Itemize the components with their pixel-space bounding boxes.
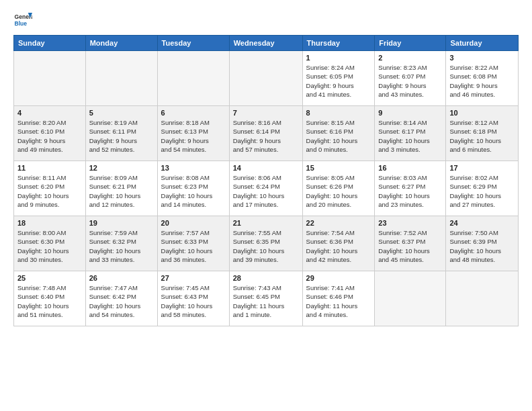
day-number: 27	[161, 274, 226, 282]
calendar-cell	[85, 51, 157, 106]
calendar-cell: 1Sunrise: 8:24 AM Sunset: 6:05 PM Daylig…	[302, 51, 375, 106]
header: General Blue	[13, 11, 519, 30]
day-number: 10	[449, 109, 515, 117]
weekday-header-monday: Monday	[85, 36, 157, 51]
weekday-header-saturday: Saturday	[446, 36, 519, 51]
day-number: 28	[233, 274, 299, 282]
calendar-cell: 26Sunrise: 7:47 AM Sunset: 6:42 PM Dayli…	[85, 271, 157, 326]
calendar-cell	[14, 51, 86, 106]
day-number: 15	[306, 164, 371, 172]
calendar-cell: 12Sunrise: 8:09 AM Sunset: 6:21 PM Dayli…	[85, 161, 157, 216]
calendar-cell: 25Sunrise: 7:48 AM Sunset: 6:40 PM Dayli…	[14, 271, 86, 326]
day-info: Sunrise: 8:11 AM Sunset: 6:20 PM Dayligh…	[17, 173, 82, 209]
day-info: Sunrise: 8:23 AM Sunset: 6:07 PM Dayligh…	[378, 63, 442, 99]
day-info: Sunrise: 8:18 AM Sunset: 6:13 PM Dayligh…	[161, 118, 226, 154]
day-info: Sunrise: 7:57 AM Sunset: 6:33 PM Dayligh…	[161, 228, 226, 264]
day-number: 5	[89, 109, 154, 117]
calendar-cell: 19Sunrise: 7:59 AM Sunset: 6:32 PM Dayli…	[85, 216, 157, 271]
calendar-cell: 9Sunrise: 8:14 AM Sunset: 6:17 PM Daylig…	[375, 106, 446, 161]
day-number: 26	[89, 274, 154, 282]
day-info: Sunrise: 8:08 AM Sunset: 6:23 PM Dayligh…	[161, 173, 226, 209]
day-info: Sunrise: 8:02 AM Sunset: 6:29 PM Dayligh…	[449, 173, 515, 209]
weekday-header-friday: Friday	[375, 36, 446, 51]
day-info: Sunrise: 7:52 AM Sunset: 6:37 PM Dayligh…	[378, 228, 442, 264]
calendar-week-3: 11Sunrise: 8:11 AM Sunset: 6:20 PM Dayli…	[14, 161, 519, 216]
weekday-header-row: SundayMondayTuesdayWednesdayThursdayFrid…	[14, 36, 519, 51]
calendar-cell: 7Sunrise: 8:16 AM Sunset: 6:14 PM Daylig…	[229, 106, 302, 161]
logo-icon: General Blue	[13, 11, 32, 30]
svg-text:Blue: Blue	[15, 20, 28, 27]
weekday-header-sunday: Sunday	[14, 36, 86, 51]
day-number: 7	[233, 109, 299, 117]
day-number: 16	[378, 164, 442, 172]
calendar-week-4: 18Sunrise: 8:00 AM Sunset: 6:30 PM Dayli…	[14, 216, 519, 271]
day-info: Sunrise: 7:59 AM Sunset: 6:32 PM Dayligh…	[89, 228, 154, 264]
day-info: Sunrise: 8:15 AM Sunset: 6:16 PM Dayligh…	[306, 118, 371, 154]
day-number: 4	[17, 109, 82, 117]
calendar-cell: 20Sunrise: 7:57 AM Sunset: 6:33 PM Dayli…	[157, 216, 229, 271]
day-number: 23	[378, 219, 442, 227]
day-number: 22	[306, 219, 371, 227]
day-info: Sunrise: 8:24 AM Sunset: 6:05 PM Dayligh…	[306, 63, 371, 99]
calendar-cell: 8Sunrise: 8:15 AM Sunset: 6:16 PM Daylig…	[302, 106, 375, 161]
day-number: 13	[161, 164, 226, 172]
weekday-header-tuesday: Tuesday	[157, 36, 229, 51]
day-info: Sunrise: 8:06 AM Sunset: 6:24 PM Dayligh…	[233, 173, 299, 209]
day-number: 25	[17, 274, 82, 282]
weekday-header-wednesday: Wednesday	[229, 36, 302, 51]
weekday-header-thursday: Thursday	[302, 36, 375, 51]
day-info: Sunrise: 8:12 AM Sunset: 6:18 PM Dayligh…	[449, 118, 515, 154]
day-number: 3	[449, 54, 515, 62]
day-number: 1	[306, 54, 371, 62]
day-number: 20	[161, 219, 226, 227]
day-info: Sunrise: 8:05 AM Sunset: 6:26 PM Dayligh…	[306, 173, 371, 209]
calendar-cell: 24Sunrise: 7:50 AM Sunset: 6:39 PM Dayli…	[446, 216, 519, 271]
calendar-cell: 14Sunrise: 8:06 AM Sunset: 6:24 PM Dayli…	[229, 161, 302, 216]
calendar-cell: 10Sunrise: 8:12 AM Sunset: 6:18 PM Dayli…	[446, 106, 519, 161]
day-info: Sunrise: 7:45 AM Sunset: 6:43 PM Dayligh…	[161, 283, 226, 319]
logo: General Blue	[13, 11, 32, 30]
calendar-table: SundayMondayTuesdayWednesdayThursdayFrid…	[13, 35, 519, 326]
day-info: Sunrise: 7:47 AM Sunset: 6:42 PM Dayligh…	[89, 283, 154, 319]
day-info: Sunrise: 8:00 AM Sunset: 6:30 PM Dayligh…	[17, 228, 82, 264]
calendar-cell	[375, 271, 446, 326]
calendar-cell	[229, 51, 302, 106]
day-number: 17	[449, 164, 515, 172]
day-number: 21	[233, 219, 299, 227]
day-info: Sunrise: 8:03 AM Sunset: 6:27 PM Dayligh…	[378, 173, 442, 209]
calendar-week-1: 1Sunrise: 8:24 AM Sunset: 6:05 PM Daylig…	[14, 51, 519, 106]
day-info: Sunrise: 7:54 AM Sunset: 6:36 PM Dayligh…	[306, 228, 371, 264]
calendar-week-2: 4Sunrise: 8:20 AM Sunset: 6:10 PM Daylig…	[14, 106, 519, 161]
day-info: Sunrise: 7:41 AM Sunset: 6:46 PM Dayligh…	[306, 283, 371, 319]
day-number: 11	[17, 164, 82, 172]
day-info: Sunrise: 7:55 AM Sunset: 6:35 PM Dayligh…	[233, 228, 299, 264]
day-info: Sunrise: 7:48 AM Sunset: 6:40 PM Dayligh…	[17, 283, 82, 319]
day-number: 29	[306, 274, 371, 282]
day-number: 19	[89, 219, 154, 227]
calendar-cell: 22Sunrise: 7:54 AM Sunset: 6:36 PM Dayli…	[302, 216, 375, 271]
calendar-cell: 16Sunrise: 8:03 AM Sunset: 6:27 PM Dayli…	[375, 161, 446, 216]
page: General Blue SundayMondayTuesdayWednesda…	[0, 0, 532, 333]
day-number: 14	[233, 164, 299, 172]
calendar-cell: 21Sunrise: 7:55 AM Sunset: 6:35 PM Dayli…	[229, 216, 302, 271]
day-info: Sunrise: 8:20 AM Sunset: 6:10 PM Dayligh…	[17, 118, 82, 154]
day-info: Sunrise: 8:14 AM Sunset: 6:17 PM Dayligh…	[378, 118, 442, 154]
day-info: Sunrise: 8:16 AM Sunset: 6:14 PM Dayligh…	[233, 118, 299, 154]
calendar-cell: 28Sunrise: 7:43 AM Sunset: 6:45 PM Dayli…	[229, 271, 302, 326]
day-number: 2	[378, 54, 442, 62]
day-info: Sunrise: 8:19 AM Sunset: 6:11 PM Dayligh…	[89, 118, 154, 154]
calendar-cell	[157, 51, 229, 106]
day-info: Sunrise: 7:43 AM Sunset: 6:45 PM Dayligh…	[233, 283, 299, 319]
day-number: 6	[161, 109, 226, 117]
calendar-cell: 23Sunrise: 7:52 AM Sunset: 6:37 PM Dayli…	[375, 216, 446, 271]
calendar-cell: 29Sunrise: 7:41 AM Sunset: 6:46 PM Dayli…	[302, 271, 375, 326]
calendar-cell: 27Sunrise: 7:45 AM Sunset: 6:43 PM Dayli…	[157, 271, 229, 326]
calendar-cell: 6Sunrise: 8:18 AM Sunset: 6:13 PM Daylig…	[157, 106, 229, 161]
calendar-cell: 18Sunrise: 8:00 AM Sunset: 6:30 PM Dayli…	[14, 216, 86, 271]
calendar-cell	[446, 271, 519, 326]
calendar-cell: 13Sunrise: 8:08 AM Sunset: 6:23 PM Dayli…	[157, 161, 229, 216]
day-number: 24	[449, 219, 515, 227]
day-info: Sunrise: 8:22 AM Sunset: 6:08 PM Dayligh…	[449, 63, 515, 99]
calendar-week-5: 25Sunrise: 7:48 AM Sunset: 6:40 PM Dayli…	[14, 271, 519, 326]
day-number: 18	[17, 219, 82, 227]
